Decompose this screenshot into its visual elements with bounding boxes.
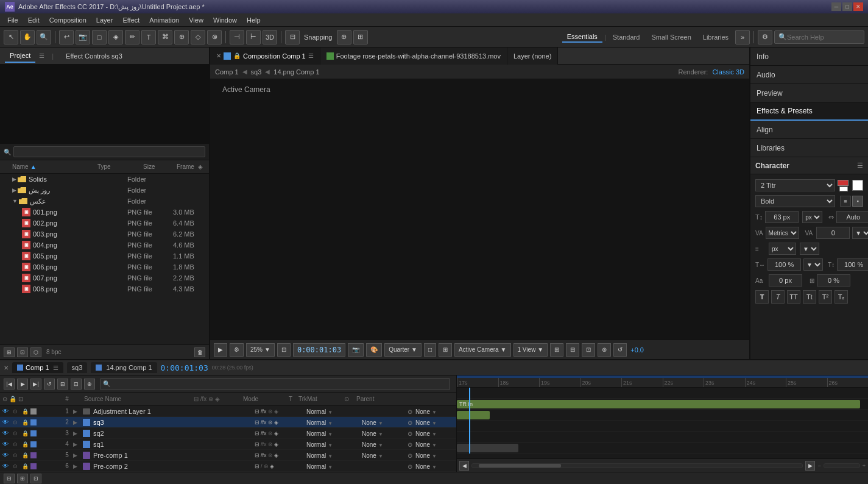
leading-unit2[interactable]: ▼ [800, 243, 819, 255]
expand-icon[interactable]: ▶ [12, 176, 16, 182]
trkmat-arrow[interactable]: ▼ [378, 443, 383, 448]
region-btn[interactable]: □ [424, 343, 436, 357]
expand-btn[interactable]: ▶ [73, 463, 82, 469]
text-tool[interactable]: T [141, 30, 156, 44]
brush-tool[interactable]: ⌘ [158, 30, 172, 44]
layer-row[interactable]: 👁 ⊙ 🔒 3 ▶ sq2 ⊟ /fx ⊛ ◈ [0, 428, 456, 439]
menu-animation[interactable]: Animation [144, 15, 184, 25]
character-menu-icon[interactable]: ☰ [857, 162, 863, 169]
solo-btn[interactable]: ⊙ [11, 418, 19, 427]
effects-presets-panel-item[interactable]: Effects & Presets [750, 102, 868, 121]
font-style-select[interactable]: Bold [755, 195, 835, 207]
scroll-right-btn[interactable]: ▶ [805, 461, 815, 471]
fx-icon[interactable]: /fx [261, 419, 267, 425]
eye-btn[interactable]: 👁 [1, 407, 10, 416]
views-dropdown[interactable]: 1 View ▼ [513, 343, 548, 357]
solo-icon[interactable]: ⊟ [255, 419, 259, 425]
3d-icon[interactable]: ◈ [274, 430, 278, 436]
mask-icon[interactable]: ⊛ [264, 463, 269, 469]
timeline-tab-14png[interactable]: 14.png Comp 1 [91, 362, 157, 373]
tsukuri-input[interactable] [817, 274, 850, 286]
menu-help[interactable]: Help [242, 15, 266, 25]
fx-icon[interactable]: /fx [261, 408, 267, 415]
tl-loop[interactable]: ↺ [44, 379, 55, 390]
layer-row[interactable]: 👁 ⊙ 🔒 6 ▶ Pre-comp 2 ⊟ / ⊛ [0, 461, 456, 472]
solo-icon[interactable]: ⊟ [255, 430, 259, 436]
tab-menu-icon[interactable]: ☰ [53, 365, 58, 371]
shape-tool[interactable]: □ [92, 30, 107, 44]
eye-btn[interactable]: 👁 [1, 418, 10, 427]
color-swatch-dark[interactable]: ■ [840, 196, 851, 207]
sub-tab-14png[interactable]: 14.png Comp 1 [273, 68, 319, 76]
label-btn[interactable] [30, 408, 37, 415]
parent-arrow[interactable]: ▼ [432, 432, 437, 437]
mask-tool[interactable]: ◈ [108, 30, 123, 44]
lock-btn[interactable]: 🔒 [21, 418, 29, 427]
font-family-select[interactable]: 2 Titr [755, 179, 835, 191]
view-option1[interactable]: ⊞ [550, 343, 563, 357]
tl-prev-frame[interactable]: |◀ [4, 379, 15, 390]
maximize-button[interactable]: □ [842, 2, 852, 11]
eye-btn[interactable]: 👁 [1, 429, 10, 438]
lock-btn[interactable]: 🔒 [21, 429, 29, 438]
info-panel-item[interactable]: Info [750, 48, 868, 66]
col-frame[interactable]: Frame [177, 163, 194, 170]
col-name[interactable]: Name ▲ [12, 163, 97, 170]
tracking-input[interactable] [836, 211, 868, 223]
viewer-settings-btn[interactable]: ⚙ [230, 343, 244, 357]
solo-btn[interactable]: ⊙ [11, 462, 19, 471]
expand-btn[interactable]: ▶ [73, 452, 82, 458]
3d-icon[interactable]: ◈ [274, 441, 278, 447]
parent-arrow[interactable]: ▼ [432, 421, 437, 426]
lock-btn[interactable]: 🔒 [21, 407, 29, 416]
lock-btn[interactable]: 🔒 [21, 462, 29, 471]
layer-row[interactable]: 👁 ⊙ 🔒 1 ▶ Adjustment Layer 1 ⊟ /fx ⊛ [0, 406, 456, 417]
small-caps-btn[interactable]: Tt [803, 290, 816, 304]
resolution-btn[interactable]: ⊡ [277, 343, 291, 357]
tl-play[interactable]: ▶ [17, 379, 28, 390]
col-type[interactable]: Type [97, 163, 143, 170]
minimize-button[interactable]: ─ [831, 2, 841, 11]
snap-options2[interactable]: ⊞ [353, 30, 368, 44]
view-option2[interactable]: ⊟ [566, 343, 579, 357]
font-size-input[interactable] [765, 211, 799, 223]
solo-icon[interactable]: ⊟ [255, 441, 259, 447]
audio-panel-item[interactable]: Audio [750, 66, 868, 84]
col-size[interactable]: Size [143, 163, 177, 170]
lock-btn[interactable]: 🔒 [21, 440, 29, 449]
color-swatch-mid[interactable]: ▪ [852, 196, 863, 207]
hand-tool[interactable]: ✋ [20, 30, 35, 44]
menu-composition[interactable]: Composition [44, 15, 91, 25]
color-preview[interactable] [852, 180, 863, 191]
track-bar-sq2[interactable] [457, 411, 490, 419]
puppet-tool[interactable]: ⊗ [207, 30, 222, 44]
project-search-input[interactable] [13, 146, 205, 157]
fx-icon[interactable]: /fx [261, 430, 267, 436]
import-btn[interactable]: ⬡ [30, 347, 41, 357]
menu-effect[interactable]: Effect [118, 15, 144, 25]
expand-btn[interactable]: ▶ [73, 441, 82, 447]
tab-close-icon[interactable]: ✕ [216, 52, 221, 59]
expand-btn[interactable]: ▶ [73, 419, 82, 425]
3d-icon[interactable]: ◈ [270, 463, 274, 469]
tl-bottom-btn3[interactable]: ⊡ [30, 474, 41, 483]
list-item[interactable]: ▣ 007.png PNG file 2.2 MB [0, 272, 209, 283]
tl-next-frame[interactable]: ▶| [30, 379, 41, 390]
eye-btn[interactable]: 👁 [1, 462, 10, 471]
layer-row[interactable]: 👁 ⊙ 🔒 2 ▶ sq3 ⊟ /fx ⊛ ◈ [0, 417, 456, 428]
zoom-slider[interactable] [824, 463, 860, 468]
list-item[interactable]: ▣ 006.png PNG file 1.8 MB [0, 262, 209, 272]
new-folder-btn[interactable]: ⊞ [4, 347, 15, 357]
clone-tool[interactable]: ⊕ [174, 30, 189, 44]
color-btn[interactable]: 🎨 [366, 343, 382, 357]
mask-icon[interactable]: ⊛ [268, 441, 273, 447]
fx-icon[interactable]: /fx [261, 441, 267, 447]
3d-btn[interactable]: 3D [263, 30, 277, 44]
view-option4[interactable]: ⊛ [598, 343, 611, 357]
mode-arrow[interactable]: ▼ [328, 432, 333, 437]
track-bar-sq3[interactable]: TR In [457, 400, 860, 408]
sub-tab-comp1[interactable]: Comp 1 [215, 68, 239, 76]
label-btn[interactable] [30, 430, 37, 436]
sub-tab-sq3[interactable]: sq3 [251, 68, 262, 76]
kerning-input[interactable] [816, 227, 850, 239]
